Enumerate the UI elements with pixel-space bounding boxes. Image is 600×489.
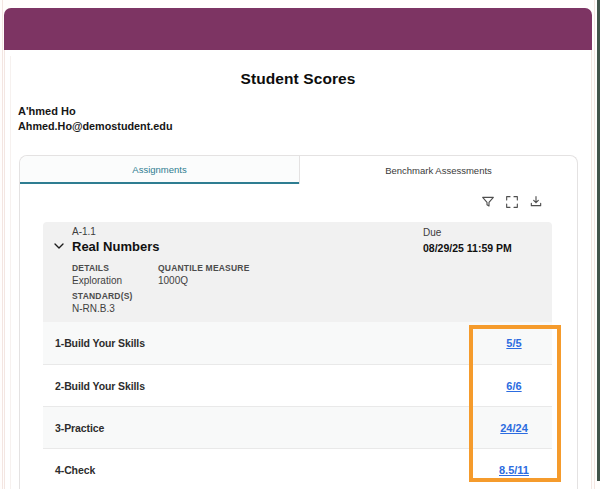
page-title: Student Scores bbox=[4, 70, 592, 88]
standards-value: N-RN.B.3 bbox=[72, 303, 115, 314]
page-edge-left bbox=[2, 0, 3, 489]
modal-header-bar bbox=[4, 8, 592, 50]
score-link[interactable]: 6/6 bbox=[470, 380, 558, 392]
table-row: 4-Check 8.5/11 bbox=[43, 448, 552, 489]
student-name: A'hmed Ho bbox=[18, 105, 76, 117]
item-label: 3-Practice bbox=[55, 422, 104, 434]
table-row: 1-Build Your Skills 5/5 bbox=[43, 322, 552, 364]
score-link[interactable]: 24/24 bbox=[470, 422, 558, 434]
quantile-measure-value: 1000Q bbox=[158, 275, 188, 286]
score-link[interactable]: 8.5/11 bbox=[470, 464, 558, 476]
item-label: 1-Build Your Skills bbox=[55, 337, 145, 349]
divider-line bbox=[10, 56, 11, 489]
download-icon[interactable] bbox=[528, 194, 544, 210]
assignment-code: A-1.1 bbox=[72, 226, 96, 237]
tab-benchmark-assessments[interactable]: Benchmark Assessments bbox=[299, 156, 577, 184]
table-row: 3-Practice 24/24 bbox=[43, 406, 552, 448]
standards-label: STANDARD(S) bbox=[72, 291, 133, 301]
chevron-down-icon[interactable] bbox=[51, 238, 67, 254]
item-label: 4-Check bbox=[55, 464, 95, 476]
tab-strip: Assignments Benchmark Assessments bbox=[20, 156, 577, 184]
item-label: 2-Build Your Skills bbox=[55, 380, 145, 392]
score-link[interactable]: 5/5 bbox=[470, 337, 558, 349]
assignment-title: Real Numbers bbox=[72, 239, 159, 254]
due-label: Due bbox=[423, 227, 441, 238]
tab-assignments[interactable]: Assignments bbox=[20, 156, 299, 184]
quantile-measure-label: QUANTILE MEASURE bbox=[158, 263, 250, 273]
due-date: 08/29/25 11:59 PM bbox=[423, 242, 512, 254]
student-email: Ahmed.Ho@demostudent.edu bbox=[18, 120, 173, 132]
table-toolbar bbox=[480, 194, 544, 210]
filter-icon[interactable] bbox=[480, 194, 496, 210]
fullscreen-icon[interactable] bbox=[504, 194, 520, 210]
table-row: 2-Build Your Skills 6/6 bbox=[43, 364, 552, 406]
assignment-items-list: 1-Build Your Skills 5/5 2-Build Your Ski… bbox=[43, 322, 552, 489]
details-value: Exploration bbox=[72, 275, 122, 286]
page-edge-right bbox=[594, 0, 595, 489]
details-label: DETAILS bbox=[72, 263, 109, 273]
assignment-card: A-1.1 Real Numbers Due 08/29/25 11:59 PM… bbox=[43, 222, 552, 322]
